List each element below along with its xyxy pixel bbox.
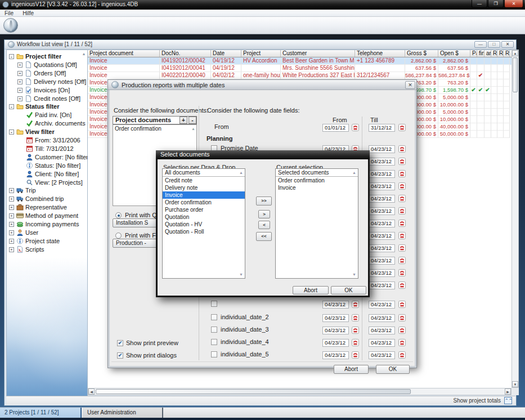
- select-dialog-titlebar[interactable]: Select documents: [156, 150, 370, 159]
- table-row[interactable]: InvoiceI04022012/0004004/02/12one-family…: [88, 72, 511, 79]
- collapse-icon[interactable]: -: [9, 129, 14, 135]
- individual-date-3-from-input[interactable]: 04/23/12: [322, 327, 349, 334]
- tree-item-credit-notes-off[interactable]: +Credit notes [Off]: [7, 95, 82, 103]
- tree-item-till-7-31-2012[interactable]: Till: 7/31/2012: [7, 145, 82, 153]
- show-totals-button[interactable]: ⌃⌃: [504, 397, 512, 404]
- column-header-gross[interactable]: Gross $: [405, 50, 438, 57]
- list-item-quotation-hv[interactable]: Quotation - HV: [163, 221, 245, 228]
- tree-item-status-filter[interactable]: -Status filter: [7, 102, 82, 111]
- move-all-left-button[interactable]: <<: [256, 232, 272, 241]
- calendar-picker-icon[interactable]: [398, 351, 406, 359]
- expand-icon[interactable]: +: [9, 205, 14, 210]
- date-row-14-checkbox[interactable]: [211, 301, 217, 307]
- expand-icon[interactable]: +: [17, 96, 23, 101]
- column-header-r3[interactable]: R3: [504, 50, 510, 57]
- calendar-picker-icon[interactable]: [398, 170, 406, 177]
- list-item-invoice[interactable]: Invoice: [276, 184, 358, 191]
- column-header-open[interactable]: Open $: [438, 50, 470, 57]
- individual-date-2-from-input[interactable]: 04/23/12: [322, 314, 349, 322]
- tree-item-view-filter[interactable]: -View filter: [7, 128, 82, 136]
- app-titlebar[interactable]: ingeniousV12 [V3.3.42 - 26.03.12] - inge…: [0, 0, 525, 10]
- calendar-picker-icon[interactable]: [398, 124, 406, 131]
- calendar-picker-icon[interactable]: [398, 182, 406, 190]
- column-header-telephone[interactable]: Telephone: [355, 50, 405, 57]
- expand-icon[interactable]: +: [9, 213, 14, 218]
- calendar-picker-icon[interactable]: [398, 257, 406, 264]
- expand-icon[interactable]: +: [9, 196, 14, 202]
- column-header-pai[interactable]: Pai: [470, 50, 477, 57]
- horizontal-scroll-thumb[interactable]: [96, 389, 411, 394]
- column-header-project[interactable]: Project: [241, 50, 281, 57]
- move-right-button[interactable]: >: [258, 210, 270, 218]
- tree-item-client-no-filter[interactable]: Client: [No filter]: [7, 170, 82, 178]
- menu-item-hilfe[interactable]: Hilfe: [18, 10, 38, 17]
- column-header-docno[interactable]: DocNo.: [160, 50, 211, 57]
- list-item-delivery-note[interactable]: Delivery note: [163, 184, 245, 191]
- expand-icon[interactable]: +: [17, 62, 23, 68]
- projects-count-segment[interactable]: 2 Projects [1 / 11 / 52]: [0, 408, 82, 418]
- tree-item-paid-inv-on[interactable]: Paid inv. [On]: [7, 111, 82, 119]
- tree-item-project-filter[interactable]: -Project filter: [7, 52, 82, 61]
- date-row-3-till-input[interactable]: 04/23/12: [369, 158, 395, 166]
- date-row-6-till-input[interactable]: 04/23/12: [369, 195, 395, 203]
- tree-item-user[interactable]: +User: [7, 229, 82, 237]
- scroll-right-icon[interactable]: ▶: [505, 388, 511, 395]
- individual-date-3-checkbox[interactable]: [211, 327, 217, 333]
- date-row-14-till-input[interactable]: 04/23/12: [369, 301, 395, 309]
- expand-icon[interactable]: +: [9, 247, 14, 252]
- expand-icon[interactable]: +: [17, 79, 23, 84]
- date-row-4-till-input[interactable]: 04/23/12: [369, 170, 395, 178]
- calendar-picker-icon[interactable]: [398, 207, 406, 215]
- list-scroll-up-icon[interactable]: ▲: [352, 171, 356, 175]
- tree-item-delivery-notes-off[interactable]: +Delivery notes [Off]: [7, 78, 82, 86]
- calendar-picker-icon[interactable]: [398, 282, 406, 289]
- all-documents-list[interactable]: All documents▲Credit noteDelivery noteIn…: [162, 168, 245, 279]
- tree-item-orders-off[interactable]: +Orders [Off]: [7, 69, 82, 78]
- individual-date-2-checkbox[interactable]: [211, 314, 217, 320]
- expand-icon[interactable]: +: [9, 188, 14, 193]
- individual-date-5-from-input[interactable]: 04/23/12: [322, 351, 349, 359]
- close-button[interactable]: ✕: [504, 0, 523, 8]
- workflow-maximize-button[interactable]: □: [488, 41, 500, 48]
- project-documents-item[interactable]: Order confirmation: [113, 125, 196, 132]
- expand-icon[interactable]: +: [17, 71, 23, 76]
- collapse-icon[interactable]: -: [9, 104, 14, 109]
- workflow-titlebar[interactable]: Workflow List view [1 / 11 / 52] — □ ✕: [5, 40, 516, 50]
- show-print-preview-checkbox[interactable]: ✔: [117, 340, 123, 346]
- calendar-picker-icon[interactable]: [352, 339, 359, 346]
- production-abort-button[interactable]: Abort: [334, 365, 369, 374]
- date-row-5-till-input[interactable]: 04/23/12: [369, 182, 395, 190]
- selected-documents-list[interactable]: Selected documents▲Order confirmationInv…: [275, 168, 358, 279]
- expand-icon[interactable]: +: [9, 222, 14, 227]
- scroll-up-icon[interactable]: ▲: [512, 50, 518, 56]
- table-row[interactable]: InvoiceI04192012/0004104/19/12Mrs. Sunsh…: [88, 65, 511, 72]
- tree-item-incoming-payments[interactable]: +Incoming payments: [7, 220, 82, 229]
- calendar-picker-icon[interactable]: [398, 158, 406, 165]
- calendar-picker-icon[interactable]: [352, 327, 359, 334]
- from-till-input[interactable]: 31/12/12: [369, 124, 395, 132]
- column-header-arc[interactable]: arc: [484, 50, 491, 57]
- individual-date-5-till-input[interactable]: 04/23/12: [369, 351, 395, 359]
- date-row-9-till-input[interactable]: 04/23/12: [369, 232, 395, 240]
- calendar-picker-icon[interactable]: [398, 145, 406, 153]
- calendar-picker-icon[interactable]: [398, 301, 406, 308]
- list-item-credit-note[interactable]: Credit note: [163, 177, 245, 184]
- select-ok-button[interactable]: OK: [331, 286, 366, 294]
- tree-item-trip[interactable]: +Trip: [7, 186, 82, 195]
- column-header-customer[interactable]: Customer: [281, 50, 355, 57]
- list-item-quotation[interactable]: Quotation: [163, 213, 245, 221]
- calendar-picker-icon[interactable]: [398, 327, 406, 334]
- tree-item-from-3-31-2006[interactable]: From: 3/31/2006: [7, 136, 82, 145]
- calendar-picker-icon[interactable]: [352, 314, 359, 321]
- date-row-14-from-input[interactable]: 04/23/12: [322, 301, 349, 309]
- move-left-button[interactable]: <: [258, 221, 270, 229]
- select-abort-button[interactable]: Abort: [293, 286, 329, 294]
- list-scroll-up-icon[interactable]: ▲: [239, 171, 243, 175]
- calendar-picker-icon[interactable]: [398, 195, 406, 202]
- date-row-7-till-input[interactable]: 04/23/12: [369, 207, 395, 215]
- move-all-right-button[interactable]: >>: [256, 196, 272, 205]
- tree-item-invoices-on[interactable]: +Invoices [On]: [7, 86, 82, 95]
- individual-date-4-from-input[interactable]: 04/23/12: [322, 339, 349, 347]
- list-item-order-confirmation[interactable]: Order confirmation: [163, 199, 245, 206]
- list-scroll-down-icon[interactable]: ▼: [352, 272, 356, 276]
